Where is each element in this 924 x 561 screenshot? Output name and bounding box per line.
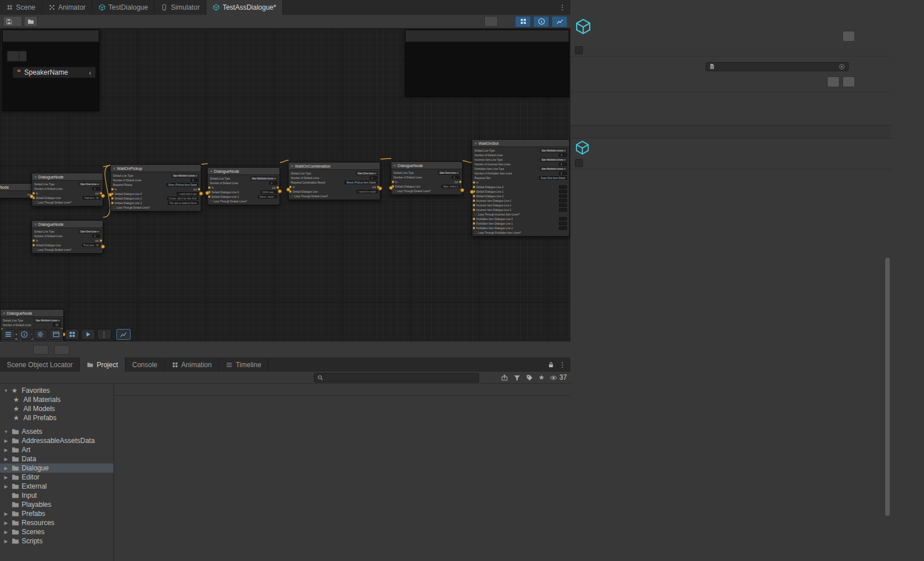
tree-assets-root[interactable]: ▼Assets xyxy=(0,427,114,436)
node-toggle[interactable] xyxy=(34,201,37,204)
inspector-scrollbar[interactable] xyxy=(885,258,890,516)
input-port-icon[interactable] xyxy=(208,186,210,189)
filter-by-label-icon[interactable] xyxy=(526,374,533,381)
line-port-icon[interactable] xyxy=(473,209,475,211)
node-line-field[interactable] xyxy=(559,204,567,207)
graph-node-dialoguenode[interactable]: ≡DialogueNodeDefault Line TypeSay One Li… xyxy=(31,220,103,254)
node-line-field[interactable] xyxy=(559,199,567,202)
blackboard-header[interactable] xyxy=(3,30,99,42)
node-title[interactable]: ≡WaitOnPickup xyxy=(111,165,201,172)
node-title[interactable]: ≡StartNode xyxy=(0,184,35,191)
tree-item-resources[interactable]: ▶Resources xyxy=(0,518,114,527)
expand-arrow-icon[interactable]: ▶ xyxy=(3,511,9,517)
tree-item-input[interactable]: Input xyxy=(0,491,114,500)
graph-edge[interactable] xyxy=(463,161,472,162)
line-port-icon[interactable] xyxy=(473,222,475,225)
node-out-port[interactable] xyxy=(199,192,203,196)
editor-tab-testassdialogue[interactable]: TestAssDialogue* xyxy=(206,0,283,15)
node-title[interactable]: ≡WaitOnCombination xyxy=(289,162,380,170)
tree-item-data[interactable]: ▶Data xyxy=(0,454,114,464)
graph-edge[interactable] xyxy=(201,164,208,164)
line-port-icon[interactable] xyxy=(473,218,475,220)
expand-arrow-icon[interactable]: ▶ xyxy=(3,457,9,462)
addressable-checkbox[interactable] xyxy=(575,46,583,54)
tree-item-art[interactable]: ▶Art xyxy=(0,445,114,454)
previous-error-button[interactable] xyxy=(33,345,48,355)
tabbar-kebab-icon[interactable]: ⋮ xyxy=(559,3,566,11)
filter-by-type-icon[interactable] xyxy=(513,374,521,381)
node-toggle[interactable] xyxy=(291,195,293,197)
node-line-field[interactable] xyxy=(559,185,567,189)
node-toggle[interactable] xyxy=(210,200,212,202)
tree-item-prefabs[interactable]: ▶Prefabs xyxy=(0,509,114,518)
node-number-field[interactable]: 1 xyxy=(92,187,100,190)
node-line-field[interactable]: I need my seat! xyxy=(356,190,378,193)
node-in-port[interactable] xyxy=(470,190,474,194)
collapse-left-icon[interactable]: ‹ xyxy=(89,68,91,77)
output-port-icon[interactable] xyxy=(100,239,102,242)
panel-tab-project[interactable]: Project xyxy=(80,357,125,372)
node-in-port[interactable] xyxy=(286,188,290,192)
output-port-icon[interactable] xyxy=(198,188,200,190)
input-port-icon[interactable] xyxy=(392,181,394,183)
expand-arrow-icon[interactable]: ▶ xyxy=(3,475,9,480)
node-title[interactable]: ≡WaitOnSlot xyxy=(472,140,569,147)
editor-tab-scene[interactable]: Scene xyxy=(0,0,42,15)
node-object-field[interactable]: Mixed (Pickup Item Data) xyxy=(345,181,378,184)
expand-arrow-icon[interactable]: ▶ xyxy=(3,521,9,526)
open-button[interactable] xyxy=(842,31,855,42)
node-line-field[interactable] xyxy=(559,226,567,230)
node-toggle[interactable] xyxy=(394,190,396,192)
foldout-arrow-icon[interactable]: ▼ xyxy=(3,388,9,393)
tree-item-all-materials[interactable]: ★All Materials xyxy=(0,395,114,404)
node-title[interactable]: ≡DialogueNode xyxy=(32,173,103,181)
grid-button[interactable] xyxy=(65,329,79,340)
node-line-field[interactable]: Mmm, good... xyxy=(258,195,277,198)
apply-button[interactable] xyxy=(842,76,855,87)
graph-canvas[interactable]: ≡StartNodeout≡DialogueNodeDefault Line T… xyxy=(0,29,570,341)
node-number-field[interactable]: 2 xyxy=(269,181,277,185)
node-title[interactable]: ≡DialogueNode xyxy=(1,310,63,317)
tree-item-scenes[interactable]: ▶Scenes xyxy=(0,527,114,536)
node-toggle[interactable] xyxy=(34,249,37,251)
node-line-field[interactable] xyxy=(559,217,567,221)
expand-arrow-icon[interactable]: ▶ xyxy=(3,448,9,453)
node-number-field[interactable]: 2 xyxy=(559,172,567,175)
panel-tab-timeline[interactable]: Timeline xyxy=(219,357,269,372)
play-button[interactable] xyxy=(81,329,95,340)
node-enum-dropdown[interactable]: Say One Line xyxy=(438,171,460,174)
input-port-icon[interactable] xyxy=(33,192,35,194)
graph-options-button[interactable] xyxy=(484,16,498,27)
blackboard-add-button[interactable] xyxy=(7,51,19,62)
node-toggle[interactable] xyxy=(475,231,477,234)
window-button[interactable] xyxy=(49,329,63,340)
toggle-minimap-button[interactable] xyxy=(552,16,568,27)
tree-favorites-header[interactable]: ▼★Favorites xyxy=(0,386,114,395)
expand-arrow-icon[interactable]: ▶ xyxy=(3,484,9,489)
node-object-field[interactable]: Shoe (Pickup Item Data) xyxy=(167,183,198,186)
node-title[interactable]: ≡DialogueNode xyxy=(32,221,103,228)
editor-tab-testdialogue[interactable]: TestDialogue xyxy=(92,0,155,15)
expand-arrow-icon[interactable]: ▶ xyxy=(3,530,9,535)
input-port-icon[interactable] xyxy=(473,181,475,184)
line-port-icon[interactable] xyxy=(473,186,475,188)
node-enum-dropdown[interactable]: Say Multiple Lines xyxy=(172,174,198,177)
node-line-field[interactable] xyxy=(559,194,567,198)
addressable-checkbox[interactable] xyxy=(575,159,583,167)
toggle-blackboard-button[interactable] xyxy=(515,16,531,27)
tools-button[interactable] xyxy=(33,329,47,340)
line-port-icon[interactable] xyxy=(111,202,114,204)
output-port-icon[interactable] xyxy=(277,186,279,189)
node-line-field[interactable] xyxy=(559,190,567,193)
tree-item-editor[interactable]: ▶Editor xyxy=(0,473,114,482)
graph-node-dialoguenode[interactable]: ≡DialogueNodeDefault Line TypeSay Multip… xyxy=(207,167,280,205)
tree-item-dialogue[interactable]: ▶Dialogue xyxy=(0,464,114,473)
node-number-field[interactable]: 1 xyxy=(370,176,378,180)
node-line-field[interactable]: Post way...W xyxy=(82,243,100,247)
node-title[interactable]: ≡DialogueNode xyxy=(391,162,462,169)
node-out-port[interactable] xyxy=(378,186,382,190)
node-line-field[interactable] xyxy=(559,208,567,212)
next-error-button[interactable] xyxy=(54,345,70,355)
node-line-field[interactable]: Man, that's it xyxy=(441,185,460,188)
node-toggle[interactable] xyxy=(475,213,477,216)
